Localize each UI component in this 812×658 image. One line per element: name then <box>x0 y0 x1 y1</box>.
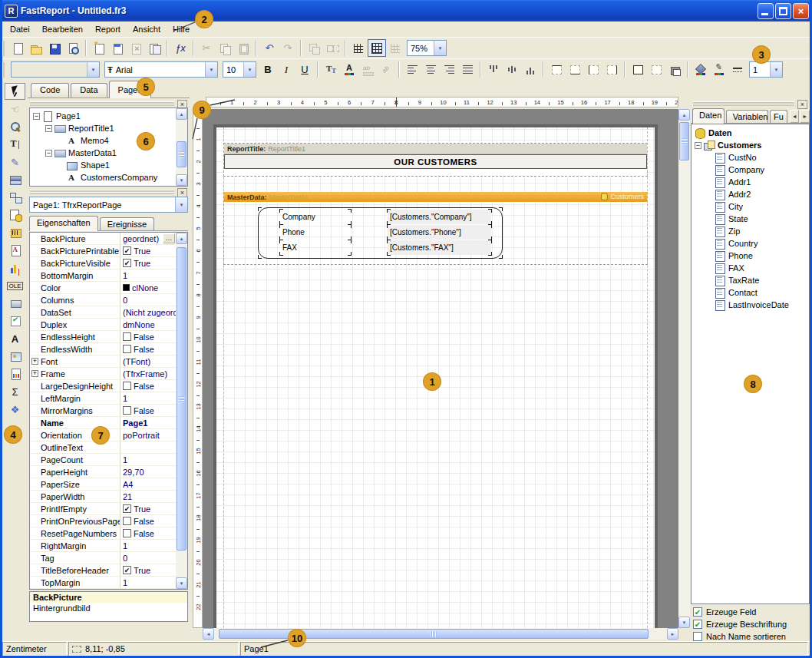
data-field-custno[interactable]: CustNo <box>692 151 809 164</box>
data-field-lastinvoicedate[interactable]: LastInvoiceDate <box>692 299 809 311</box>
data-field-country[interactable]: Country <box>692 237 809 250</box>
redo-button[interactable]: ↷ <box>279 39 297 57</box>
data-tree-root[interactable]: Daten <box>692 127 809 139</box>
insert-picture-button[interactable] <box>5 348 25 365</box>
checkbox-icon[interactable] <box>693 632 702 641</box>
chevron-down-icon[interactable]: ▼ <box>175 197 187 212</box>
master-data-band-header[interactable]: MasterData: MasterData1 Customers <box>224 192 647 202</box>
insert-checkbox-button[interactable] <box>5 312 25 329</box>
group-button[interactable] <box>305 39 323 57</box>
tab-fu[interactable]: Fu <box>770 110 787 123</box>
frame-none-button[interactable] <box>647 61 665 78</box>
insert-text-button[interactable]: A <box>5 330 25 347</box>
scroll-arrow-icon[interactable]: ▲ <box>176 233 187 244</box>
checkbox-icon[interactable] <box>123 529 131 537</box>
zoom-tool[interactable] <box>5 118 25 135</box>
expand-icon[interactable]: + <box>31 358 38 365</box>
insert-chart-button[interactable] <box>5 260 25 276</box>
scroll-thumb[interactable] <box>679 122 689 160</box>
data-field-zip[interactable]: Zip <box>692 225 809 237</box>
data-panel-grip[interactable]: × <box>691 100 810 107</box>
checkbox-icon[interactable] <box>123 332 131 341</box>
font-color-button[interactable] <box>340 61 358 78</box>
scroll-arrow-icon[interactable]: ▲ <box>678 109 690 121</box>
align-left-button[interactable] <box>403 61 421 78</box>
memo-field-fax[interactable]: [Customers."FAX"] <box>388 240 491 255</box>
menu-report[interactable]: Report <box>89 23 127 35</box>
collapse-icon[interactable]: − <box>45 150 52 157</box>
undo-button[interactable]: ↶ <box>260 39 279 57</box>
insert-band-button[interactable] <box>5 171 25 188</box>
report-tree-item-masterdata1[interactable]: −MasterData1 <box>30 147 187 159</box>
frame-color-button[interactable] <box>710 61 728 78</box>
hand-tool[interactable]: ☜ <box>5 101 25 117</box>
new-dialog-page-button[interactable] <box>108 39 127 57</box>
chevron-down-icon[interactable]: ▼ <box>205 62 217 77</box>
checkbox-icon[interactable]: ✔ <box>693 607 702 617</box>
property-printonpreviouspage[interactable]: PrintOnPreviousPageFalse <box>30 515 176 527</box>
memo-field-phone[interactable]: [Customers."Phone"] <box>388 225 491 240</box>
open-report-button[interactable] <box>27 39 45 57</box>
property-paperheight[interactable]: PaperHeight29,70 <box>30 466 176 478</box>
property-tag[interactable]: Tag0 <box>30 552 176 564</box>
report-title-band-header[interactable]: ReportTitle: ReportTitle1 <box>224 144 647 154</box>
frame-width-select[interactable]: 1▼ <box>749 61 783 78</box>
close-button[interactable]: × <box>793 3 809 19</box>
data-field-fax[interactable]: FAX <box>692 262 809 274</box>
italic-button[interactable]: I <box>277 61 295 78</box>
scroll-track[interactable] <box>176 244 187 577</box>
property-color[interactable]: ColorclNone <box>30 282 176 294</box>
copy-button[interactable] <box>216 39 234 57</box>
tab-scroll-left-icon[interactable]: ◄ <box>790 110 800 123</box>
scroll-arrow-icon[interactable]: ► <box>667 628 678 640</box>
background-button[interactable] <box>665 61 684 78</box>
frame-right-button[interactable] <box>602 61 621 78</box>
property-largedesignheight[interactable]: LargeDesignHeightFalse <box>30 380 176 392</box>
memo-label-fax[interactable]: FAX <box>280 240 351 255</box>
menu-bearbeiten[interactable]: Bearbeiten <box>36 23 89 35</box>
inspector-grip[interactable]: × <box>28 188 190 195</box>
bold-button[interactable]: B <box>259 61 277 78</box>
property-duplex[interactable]: DuplexdmNone <box>30 319 176 331</box>
align-middle-button[interactable] <box>503 61 521 78</box>
property-papersize[interactable]: PaperSizeA4 <box>30 478 176 491</box>
paste-button[interactable] <box>234 39 253 57</box>
insert-shape-button[interactable] <box>5 295 25 312</box>
property-bottommargin[interactable]: BottomMargin1 <box>30 269 176 282</box>
tab-code[interactable]: Code <box>31 83 69 98</box>
design-horizontal-scrollbar[interactable]: ◄► <box>203 628 678 640</box>
zoom-select[interactable]: 75%▼ <box>407 40 447 56</box>
ellipsis-button[interactable]: … <box>163 233 175 243</box>
memo-field-company[interactable]: [Customers."Company"] <box>388 210 491 224</box>
maximize-button[interactable] <box>775 3 791 19</box>
property-endlesswidth[interactable]: EndlessWidthFalse <box>30 343 176 355</box>
data-field-company[interactable]: Company <box>692 164 809 176</box>
highlight-button[interactable] <box>358 61 377 78</box>
scroll-thumb[interactable] <box>177 247 186 551</box>
data-field-addr2[interactable]: Addr2 <box>692 188 809 200</box>
scroll-thumb[interactable] <box>219 629 649 639</box>
menu-hilfe[interactable]: Hilfe <box>167 23 196 35</box>
text-edit-tool[interactable] <box>5 136 25 153</box>
property-resetpagenumbers[interactable]: ResetPageNumbersFalse <box>30 527 176 540</box>
tab-eigenschaften[interactable]: Eigenschaften <box>29 216 98 231</box>
report-tree-grip[interactable]: × <box>28 100 190 107</box>
format-copy-tool[interactable]: ✎ <box>5 154 25 170</box>
property-dataset[interactable]: DataSet(Nicht zugeord <box>30 306 176 319</box>
align-top-button[interactable] <box>484 61 503 78</box>
fill-color-button[interactable] <box>692 61 710 78</box>
scroll-arrow-icon[interactable]: ▼ <box>678 617 690 628</box>
snap-to-grid-button[interactable] <box>386 39 404 57</box>
expression-button[interactable]: ƒx <box>171 39 190 57</box>
insert-subreport-button[interactable] <box>5 365 25 382</box>
style-select[interactable]: ▼ <box>11 61 100 78</box>
align-justify-button[interactable] <box>458 61 477 78</box>
underline-button[interactable]: U <box>295 61 314 78</box>
report-tree-scrollbar[interactable]: ▲▼ <box>176 108 187 186</box>
checkbox-icon[interactable]: ✔ <box>693 620 702 629</box>
property-rightmargin[interactable]: RightMargin1 <box>30 540 176 552</box>
scroll-arrow-icon[interactable]: ◄ <box>203 628 214 640</box>
property-topmargin[interactable]: TopMargin1 <box>30 577 176 589</box>
property-leftmargin[interactable]: LeftMargin1 <box>30 392 176 405</box>
scroll-track[interactable] <box>176 120 187 174</box>
